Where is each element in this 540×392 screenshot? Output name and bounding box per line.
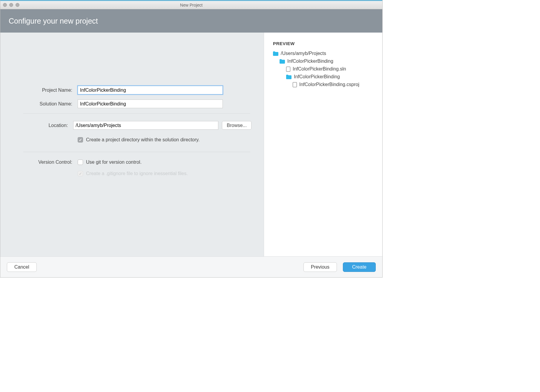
solution-name-input[interactable] xyxy=(78,99,223,108)
solution-name-label: Solution Name: xyxy=(13,101,78,107)
minimize-window-icon[interactable] xyxy=(9,3,13,7)
preview-title: PREVIEW xyxy=(273,41,379,46)
folder-icon xyxy=(273,51,278,56)
tree-project-folder: InfColorPickerBinding xyxy=(273,73,379,81)
traffic-lights xyxy=(0,3,19,7)
version-control-label: Version Control: xyxy=(13,160,78,165)
create-button[interactable]: Create xyxy=(343,262,376,272)
tree-solution-file: InfColorPickerBinding.sln xyxy=(273,65,379,73)
cancel-button[interactable]: Cancel xyxy=(7,262,37,272)
file-icon xyxy=(293,82,297,87)
titlebar: New Project xyxy=(0,0,382,9)
preview-panel: PREVIEW /Users/amyb/Projects InfColorPic… xyxy=(264,33,382,256)
zoom-window-icon[interactable] xyxy=(16,3,19,7)
use-git-label: Use git for version control. xyxy=(86,160,142,165)
tree-root-label: /Users/amyb/Projects xyxy=(281,51,326,56)
create-directory-checkbox[interactable] xyxy=(78,137,83,143)
use-git-checkbox[interactable] xyxy=(78,160,83,165)
file-icon xyxy=(286,67,290,72)
tree-project-file: InfColorPickerBinding.csproj xyxy=(273,81,379,88)
gitignore-checkbox xyxy=(78,171,83,176)
tree-solution-folder-label: InfColorPickerBinding xyxy=(287,59,333,64)
folder-icon xyxy=(286,75,292,79)
divider-2 xyxy=(23,152,250,152)
location-label: Location: xyxy=(13,123,73,128)
footer: Cancel Previous Create xyxy=(0,256,382,277)
previous-button[interactable]: Previous xyxy=(303,262,337,272)
window-title: New Project xyxy=(0,3,382,7)
tree-solution-folder: InfColorPickerBinding xyxy=(273,57,379,65)
browse-button[interactable]: Browse... xyxy=(222,121,251,130)
tree-solution-file-label: InfColorPickerBinding.sln xyxy=(293,66,346,72)
tree-project-file-label: InfColorPickerBinding.csproj xyxy=(299,82,359,87)
form-panel: Project Name: Solution Name: Location: B… xyxy=(0,33,264,256)
header-title: Configure your new project xyxy=(9,17,98,25)
folder-icon xyxy=(280,59,285,63)
project-name-input[interactable] xyxy=(78,86,223,94)
tree-root: /Users/amyb/Projects xyxy=(273,50,379,57)
tree-project-folder-label: InfColorPickerBinding xyxy=(294,74,340,79)
divider xyxy=(23,113,250,114)
gitignore-label: Create a .gitignore file to ignore iness… xyxy=(86,171,188,176)
location-input[interactable] xyxy=(73,121,218,130)
close-window-icon[interactable] xyxy=(3,3,7,7)
header: Configure your new project xyxy=(0,9,382,33)
create-directory-label: Create a project directory within the so… xyxy=(86,137,200,143)
project-name-label: Project Name: xyxy=(13,88,78,93)
